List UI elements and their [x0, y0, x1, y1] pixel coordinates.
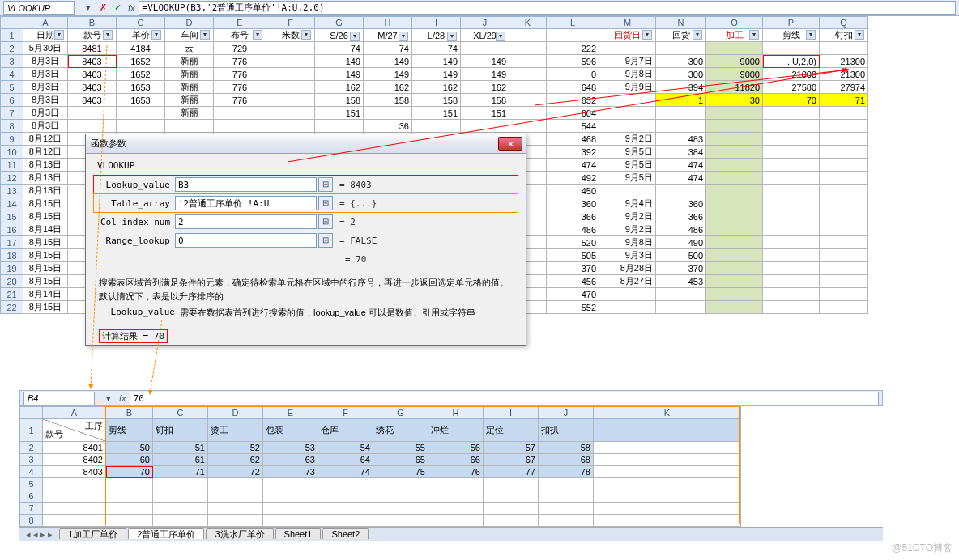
cell[interactable]: [509, 55, 547, 68]
cell[interactable]: 8403: [68, 81, 117, 94]
range-selector-icon[interactable]: ⊞: [318, 233, 333, 248]
cell[interactable]: [208, 503, 263, 515]
cell[interactable]: 8月15日: [23, 262, 68, 275]
row-header[interactable]: 12: [1, 172, 23, 185]
cell[interactable]: 8月13日: [23, 185, 68, 197]
cell[interactable]: 8403: [43, 466, 106, 478]
row-header[interactable]: 1: [1, 29, 23, 42]
cell[interactable]: 9月2日: [599, 133, 656, 146]
dialog-titlebar[interactable]: 函数参数 ✕: [86, 134, 526, 154]
cell[interactable]: [509, 42, 547, 55]
cell[interactable]: [656, 288, 706, 301]
cell[interactable]: [428, 515, 484, 527]
cell[interactable]: [266, 107, 315, 120]
cell[interactable]: 474: [547, 159, 599, 172]
cell[interactable]: [266, 81, 315, 94]
cell[interactable]: 505: [547, 249, 599, 262]
cell[interactable]: [706, 172, 763, 185]
cell[interactable]: [106, 515, 153, 527]
col-header[interactable]: F: [266, 17, 315, 29]
cell[interactable]: [763, 223, 820, 236]
cell[interactable]: 8月15日: [23, 197, 68, 210]
filter-cell[interactable]: 布号▾: [214, 29, 266, 42]
row-header[interactable]: 9: [1, 133, 23, 146]
cell[interactable]: [706, 107, 763, 120]
cell[interactable]: 776: [214, 68, 266, 81]
cell[interactable]: [763, 262, 820, 275]
cell[interactable]: [68, 120, 117, 133]
filter-cell[interactable]: 日期▾: [23, 29, 68, 42]
filter-arrow-icon[interactable]: ▾: [399, 32, 408, 41]
filter-arrow-icon[interactable]: ▾: [749, 30, 759, 40]
cell[interactable]: 新丽: [165, 68, 214, 81]
cell[interactable]: 8481: [68, 42, 117, 55]
cell[interactable]: [484, 515, 539, 527]
cell[interactable]: [656, 185, 706, 197]
cell[interactable]: [763, 159, 820, 172]
cell[interactable]: 8月13日: [23, 172, 68, 185]
cell[interactable]: [106, 490, 153, 503]
cell[interactable]: [263, 503, 318, 515]
cell[interactable]: 1652: [117, 55, 165, 68]
row-header[interactable]: 4: [1, 68, 23, 81]
filter-cell[interactable]: [547, 29, 599, 42]
cell[interactable]: [208, 515, 263, 527]
cell[interactable]: 63: [263, 454, 318, 466]
col-header[interactable]: K: [594, 407, 741, 419]
filter-arrow-icon[interactable]: ▾: [350, 32, 360, 41]
cell[interactable]: 366: [547, 210, 599, 223]
cell[interactable]: 8月14日: [23, 223, 68, 236]
cell[interactable]: 360: [656, 197, 706, 210]
cell[interactable]: [599, 120, 656, 133]
cell[interactable]: [214, 107, 266, 120]
cell[interactable]: 158: [461, 94, 509, 107]
cell[interactable]: [599, 185, 656, 197]
cell[interactable]: [373, 490, 428, 503]
col-header[interactable]: K: [509, 17, 547, 29]
cell[interactable]: [373, 503, 428, 515]
cell[interactable]: [763, 146, 820, 159]
cell[interactable]: 74: [412, 42, 461, 55]
range-selector-icon[interactable]: ⊞: [318, 196, 333, 210]
row-header[interactable]: 2: [1, 42, 23, 55]
cell[interactable]: 149: [364, 68, 412, 81]
cell[interactable]: [153, 515, 208, 527]
cell[interactable]: 776: [214, 81, 266, 94]
cell[interactable]: [539, 503, 594, 515]
cell[interactable]: [820, 275, 868, 288]
cell[interactable]: [117, 107, 165, 120]
col-header[interactable]: D: [208, 407, 263, 419]
cell[interactable]: 8月12日: [23, 133, 68, 146]
cell[interactable]: 8月3日: [23, 94, 68, 107]
cell[interactable]: [706, 236, 763, 249]
cell[interactable]: [43, 490, 106, 503]
cell[interactable]: 60: [106, 454, 153, 466]
col-header[interactable]: M: [599, 17, 656, 29]
cell[interactable]: [763, 249, 820, 262]
cancel-icon[interactable]: ✗: [96, 2, 109, 15]
filter-arrow-icon[interactable]: ▾: [496, 32, 505, 41]
cell[interactable]: [594, 454, 741, 466]
cell[interactable]: [820, 185, 868, 197]
cell[interactable]: [214, 120, 266, 133]
cell[interactable]: 456: [547, 275, 599, 288]
filter-cell[interactable]: 单价▾: [117, 29, 165, 42]
col-header[interactable]: E: [263, 407, 318, 419]
header-cell[interactable]: [594, 419, 741, 442]
cell[interactable]: 9月4日: [599, 197, 656, 210]
cell[interactable]: [706, 288, 763, 301]
cell[interactable]: [820, 146, 868, 159]
cell[interactable]: 54: [318, 442, 373, 454]
cell[interactable]: 68: [539, 454, 594, 466]
cell[interactable]: [153, 490, 208, 503]
cell[interactable]: [706, 42, 763, 55]
cell[interactable]: [509, 81, 547, 94]
cell[interactable]: [509, 94, 547, 107]
cell[interactable]: 8403: [68, 94, 117, 107]
row-header[interactable]: 10: [1, 146, 23, 159]
cell[interactable]: 9月2日: [599, 223, 656, 236]
cell[interactable]: 21300: [820, 68, 868, 81]
cell[interactable]: [599, 301, 656, 314]
cell[interactable]: [539, 515, 594, 527]
cell[interactable]: [656, 42, 706, 55]
